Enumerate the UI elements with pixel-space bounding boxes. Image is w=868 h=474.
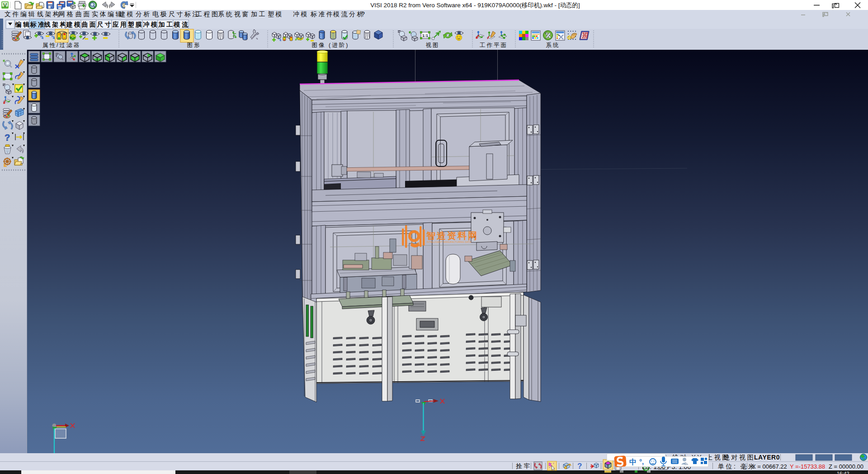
svg-text:冲模: 冲模 — [143, 21, 159, 28]
svg-text:单位: 毫米: 单位: 毫米 — [718, 463, 756, 470]
svg-text:编辑: 编辑 — [20, 10, 36, 18]
svg-text:16:42: 16:42 — [837, 471, 849, 474]
svg-text:V: V — [3, 2, 7, 9]
svg-text:VISI 2018 R2 from Vero Softwar: VISI 2018 R2 from Vero Software x64 - 91… — [370, 2, 580, 9]
svg-text:1:1: 1:1 — [422, 33, 428, 38]
svg-text:电极: 电极 — [152, 10, 168, 18]
svg-text:工作平面: 工作平面 — [480, 42, 508, 48]
svg-text:塑模: 塑模 — [268, 10, 283, 18]
svg-text:绝对视图: 绝对视图 — [723, 454, 755, 461]
svg-text:X = 00667.22: X = 00667.22 — [752, 463, 787, 470]
svg-text:标准件: 标准件 — [310, 10, 335, 18]
svg-text:尺寸: 尺寸 — [97, 21, 113, 28]
svg-text:Z = 00000.00: Z = 00000.00 — [829, 463, 863, 470]
svg-text:中: 中 — [629, 458, 637, 466]
svg-text:图形: 图形 — [187, 42, 201, 48]
svg-text:属性/过滤器: 属性/过滤器 — [42, 42, 80, 48]
svg-text:曲面: 曲面 — [82, 21, 98, 28]
svg-text:系统: 系统 — [218, 10, 234, 18]
svg-text:系统: 系统 — [546, 42, 560, 48]
svg-text:?: ? — [361, 10, 365, 18]
svg-text:应用: 应用 — [112, 21, 128, 28]
svg-text:INTELLIGENT MANUFACTURING DATA: INTELLIGENT MANUFACTURING DATA — [427, 241, 472, 243]
svg-text:建模: 建模 — [66, 21, 82, 28]
svg-text:线架构: 线架构 — [37, 10, 61, 18]
svg-text:智造资料网: 智造资料网 — [426, 231, 478, 241]
svg-text:分析: 分析 — [136, 10, 151, 18]
svg-text:塑膜: 塑膜 — [127, 21, 144, 28]
svg-text:标准: 标准 — [30, 21, 46, 28]
svg-text:°,: °, — [639, 458, 644, 465]
svg-text:?: ? — [577, 462, 582, 470]
svg-text:Y =-15733.88: Y =-15733.88 — [790, 463, 825, 470]
svg-text:线架构: 线架构 — [44, 21, 68, 28]
svg-text:加工: 加工 — [158, 21, 175, 28]
svg-text:?: ? — [5, 133, 10, 142]
svg-text:图像 (进阶): 图像 (进阶) — [312, 42, 349, 48]
svg-text:工程图: 工程图 — [196, 10, 220, 18]
svg-text:曲面: 曲面 — [75, 10, 91, 18]
svg-text:网格: 网格 — [59, 10, 75, 18]
svg-text:建模: 建模 — [118, 10, 135, 18]
svg-text:LAYER0: LAYER0 — [754, 454, 780, 461]
svg-text:冲模: 冲模 — [293, 10, 309, 18]
svg-text:模流: 模流 — [174, 21, 190, 28]
svg-text:编辑: 编辑 — [15, 21, 31, 28]
svg-text:视窗: 视窗 — [234, 10, 250, 18]
svg-text:拴牢: 拴牢 — [516, 462, 532, 469]
svg-text:文件: 文件 — [5, 10, 20, 18]
svg-text:视图: 视图 — [426, 42, 440, 48]
svg-text:加工: 加工 — [251, 10, 267, 18]
svg-text:模流分析: 模流分析 — [333, 10, 365, 18]
